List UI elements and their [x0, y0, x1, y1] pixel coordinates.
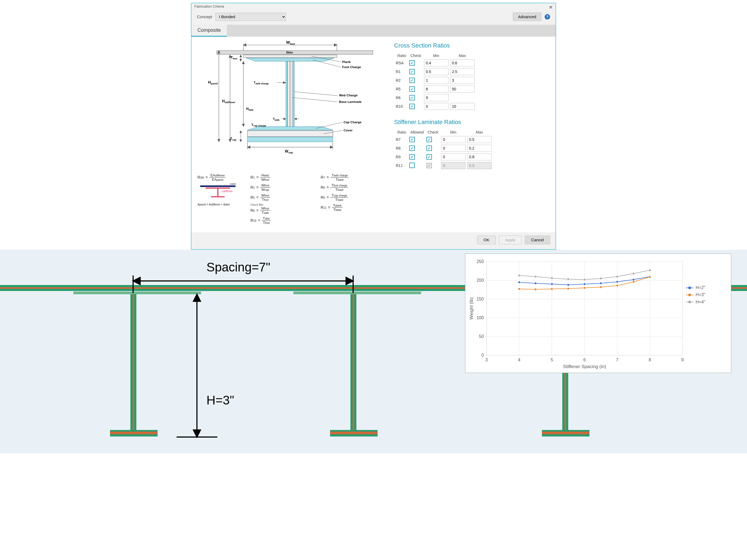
- allowed-checkbox[interactable]: [409, 163, 415, 168]
- table-row: R5: [396, 85, 474, 92]
- svg-text:Tfoot: Tfoot: [231, 55, 237, 60]
- svg-text:Cap Charge: Cap Charge: [344, 120, 362, 124]
- apply-button[interactable]: Apply: [499, 236, 522, 244]
- check-checkbox[interactable]: [427, 145, 432, 151]
- min-input[interactable]: [424, 94, 448, 101]
- svg-rect-47: [248, 131, 333, 136]
- svg-text:Tweb: Tweb: [273, 117, 280, 121]
- svg-rect-68: [211, 196, 225, 197]
- max-input[interactable]: [450, 103, 474, 110]
- svg-rect-73: [73, 292, 201, 294]
- stiffener-ratios-title: Stiffener Laminate Ratios: [394, 118, 550, 126]
- check-checkbox[interactable]: [409, 86, 415, 92]
- min-input[interactable]: [424, 103, 448, 110]
- svg-text:5: 5: [550, 357, 553, 362]
- svg-line-50: [315, 123, 342, 129]
- svg-point-137: [616, 281, 618, 283]
- weight-chart: 3456789050100150200250Stiffener Spacing …: [465, 254, 731, 373]
- concept-select[interactable]: I Bonded: [215, 13, 286, 21]
- svg-text:Weight (lb): Weight (lb): [469, 297, 474, 320]
- svg-point-147: [584, 287, 586, 289]
- svg-text:7: 7: [616, 357, 619, 362]
- check-checkbox[interactable]: [409, 78, 415, 83]
- svg-marker-36: [283, 81, 286, 84]
- svg-marker-13: [239, 59, 242, 61]
- check-checkbox[interactable]: [409, 60, 415, 66]
- max-input[interactable]: [450, 68, 474, 75]
- svg-text:Hweb: Hweb: [246, 107, 253, 111]
- titlebar: Fabrication Criteria ✕: [191, 3, 556, 12]
- max-input[interactable]: [467, 153, 492, 160]
- min-input[interactable]: [424, 68, 448, 75]
- min-input[interactable]: [424, 77, 448, 84]
- help-icon[interactable]: ?: [545, 14, 550, 20]
- tab-composite[interactable]: Composite: [191, 25, 227, 37]
- svg-marker-98: [194, 294, 201, 301]
- min-input[interactable]: [424, 59, 448, 66]
- svg-point-144: [535, 288, 537, 290]
- cancel-button[interactable]: Cancel: [525, 236, 550, 244]
- svg-point-156: [535, 275, 537, 278]
- table-row: R2: [396, 77, 474, 84]
- svg-point-162: [633, 272, 635, 275]
- max-input[interactable]: [450, 77, 474, 84]
- svg-text:Spacing=7": Spacing=7": [206, 260, 270, 274]
- allowed-checkbox[interactable]: [409, 154, 415, 160]
- svg-text:Askin: Askin: [230, 183, 236, 185]
- svg-text:Skin: Skin: [286, 51, 293, 54]
- svg-marker-59: [248, 146, 250, 149]
- svg-rect-86: [110, 432, 158, 434]
- table-row: RSA: [396, 59, 474, 66]
- svg-point-149: [616, 285, 618, 287]
- ratio-label: R5: [396, 85, 408, 92]
- svg-point-150: [633, 281, 635, 283]
- min-input[interactable]: [441, 145, 466, 152]
- svg-rect-74: [293, 292, 421, 294]
- svg-rect-21: [293, 61, 294, 127]
- min-input[interactable]: [441, 153, 466, 160]
- svg-text:Cover: Cover: [344, 128, 353, 132]
- min-input[interactable]: [424, 85, 448, 92]
- svg-text:8: 8: [649, 357, 651, 362]
- close-icon[interactable]: ✕: [549, 4, 553, 10]
- max-input[interactable]: [450, 85, 474, 92]
- ratio-label: R11: [396, 162, 408, 169]
- svg-marker-2: [334, 44, 337, 47]
- max-input[interactable]: [467, 145, 492, 152]
- formula-block: RSA = EAstiffener EApanel Askin: [197, 168, 387, 228]
- svg-text:9: 9: [681, 357, 684, 362]
- svg-text:H=3": H=3": [206, 393, 234, 407]
- svg-marker-1: [243, 44, 246, 47]
- table-row: R11: [396, 162, 492, 169]
- svg-point-135: [584, 283, 586, 285]
- ratio-label: R8: [396, 145, 408, 152]
- min-input[interactable]: [441, 136, 466, 143]
- svg-text:Web Charge: Web Charge: [339, 94, 358, 97]
- check-checkbox[interactable]: [427, 137, 432, 142]
- dialog-title: Fabrication Criteria: [194, 4, 224, 10]
- ok-button[interactable]: OK: [477, 236, 496, 244]
- check-checkbox[interactable]: [427, 154, 432, 160]
- svg-text:Tweb charge: Tweb charge: [253, 81, 269, 85]
- max-input[interactable]: [450, 59, 474, 66]
- check-checkbox[interactable]: [409, 69, 415, 74]
- svg-point-158: [567, 278, 569, 281]
- advanced-button[interactable]: Advanced: [513, 12, 541, 21]
- svg-marker-32: [242, 124, 244, 127]
- max-input[interactable]: [467, 136, 492, 143]
- mini-i-diagram: Askin Astiffener: [198, 183, 245, 203]
- svg-point-136: [600, 282, 602, 285]
- svg-text:H=2": H=2": [696, 285, 705, 290]
- svg-rect-66: [206, 188, 230, 189]
- svg-point-155: [518, 274, 520, 276]
- svg-point-134: [567, 284, 569, 286]
- svg-text:H=4": H=4": [696, 299, 705, 304]
- svg-text:150: 150: [476, 296, 484, 301]
- allowed-checkbox[interactable]: [409, 137, 415, 142]
- svg-rect-6: [217, 51, 373, 54]
- svg-line-37: [294, 92, 337, 96]
- check-checkbox[interactable]: [409, 104, 415, 109]
- svg-point-145: [551, 288, 553, 290]
- check-checkbox[interactable]: [409, 95, 415, 101]
- allowed-checkbox[interactable]: [409, 145, 415, 151]
